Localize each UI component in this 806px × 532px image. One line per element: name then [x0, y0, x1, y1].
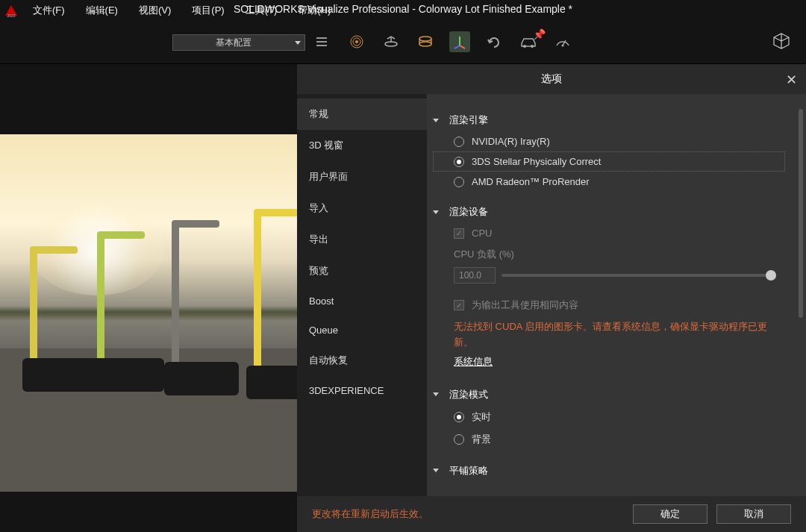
- options-dialog: 选项 ✕ 常规 3D 视窗 用户界面 导入 导出 预览 Boost Queue …: [297, 64, 806, 532]
- cpu-load-slider[interactable]: [502, 274, 772, 277]
- close-icon[interactable]: ✕: [786, 72, 797, 88]
- nav-import[interactable]: 导入: [297, 193, 427, 224]
- section-render-engine[interactable]: 渲染引擎: [433, 113, 785, 127]
- app-logo: 2023: [0, 0, 22, 21]
- dialog-header: 选项 ✕: [297, 64, 806, 94]
- restart-warning: 更改将在重新启动后生效。: [312, 507, 624, 521]
- radio-icon: [454, 137, 464, 147]
- cylinder-icon[interactable]: [415, 31, 436, 52]
- axes-icon[interactable]: [449, 31, 470, 52]
- section-render-mode[interactable]: 渲染模式: [433, 388, 785, 401]
- radio-icon: [454, 412, 464, 422]
- menu-file[interactable]: 文件(F): [22, 0, 75, 21]
- toolbar: 基本配置 📌: [0, 21, 806, 64]
- engine-option-stellar[interactable]: 3DS Stellar Physically Correct: [433, 151, 785, 172]
- mode-option-realtime[interactable]: 实时: [433, 406, 785, 428]
- section-title: 平铺策略: [449, 464, 488, 478]
- ok-button[interactable]: 确定: [633, 504, 707, 524]
- svg-point-12: [562, 45, 564, 47]
- slider-thumb[interactable]: [766, 270, 776, 281]
- sysinfo-link[interactable]: 系统信息: [433, 355, 493, 369]
- cube-icon[interactable]: [772, 31, 791, 51]
- section-render-device[interactable]: 渲染设备: [433, 205, 785, 219]
- config-label: 基本配置: [216, 37, 252, 49]
- svg-text:2023: 2023: [7, 13, 15, 18]
- section-tile-strategy[interactable]: 平铺策略: [433, 464, 785, 478]
- mode-option-background[interactable]: 背景: [433, 428, 785, 451]
- nav-boost[interactable]: Boost: [297, 287, 427, 316]
- svg-point-9: [419, 42, 431, 46]
- check-icon: ✓: [454, 300, 464, 310]
- radio-icon: [454, 434, 464, 445]
- nav-queue[interactable]: Queue: [297, 316, 427, 345]
- redo-icon[interactable]: [484, 31, 504, 52]
- viewport-3d[interactable]: [0, 134, 297, 492]
- label-text: CPU 负载 (%): [454, 248, 514, 261]
- options-content: 渲染引擎 NVIDIA(R) Iray(R) 3DS Stellar Physi…: [427, 94, 806, 496]
- options-nav: 常规 3D 视窗 用户界面 导入 导出 预览 Boost Queue 自动恢复 …: [297, 94, 427, 496]
- nav-preview[interactable]: 预览: [297, 255, 427, 287]
- section-title: 渲染模式: [449, 388, 488, 401]
- scrollbar-thumb[interactable]: [799, 109, 803, 318]
- option-label: NVIDIA(R) Iray(R): [472, 136, 550, 147]
- nav-3dview[interactable]: 3D 视窗: [297, 130, 427, 161]
- scrollbar[interactable]: [799, 101, 803, 489]
- svg-point-11: [531, 45, 534, 48]
- cancel-button[interactable]: 取消: [716, 504, 791, 524]
- app-title: SOLIDWORKS Visualize Professional - Colo…: [234, 3, 572, 15]
- svg-rect-2: [316, 41, 327, 43]
- nav-general[interactable]: 常规: [297, 98, 427, 130]
- dialog-footer: 更改将在重新启动后生效。 确定 取消: [297, 496, 806, 532]
- option-label: CPU: [472, 228, 492, 239]
- device-cpu-checkbox: ✓ CPU: [433, 223, 785, 243]
- option-label: 实时: [472, 410, 491, 424]
- engine-option-iray[interactable]: NVIDIA(R) Iray(R): [433, 131, 785, 151]
- radio-icon: [454, 177, 464, 187]
- same-output-checkbox: ✓ 为输出工具使用相同内容: [433, 294, 785, 316]
- radio-icon: [454, 157, 464, 167]
- option-label: 3DS Stellar Physically Correct: [472, 156, 601, 167]
- svg-point-8: [419, 37, 431, 41]
- nav-3dexperience[interactable]: 3DEXPERIENCE: [297, 376, 427, 405]
- svg-point-10: [523, 45, 526, 48]
- cuda-warning: 无法找到 CUDA 启用的图形卡。请查看系统信息，确保显卡驱动程序已更新。: [433, 316, 785, 354]
- svg-rect-3: [316, 45, 327, 46]
- dialog-title: 选项: [541, 72, 562, 86]
- pin-icon[interactable]: 📌: [533, 28, 546, 40]
- svg-point-6: [355, 40, 358, 43]
- cpu-load-input[interactable]: [454, 267, 496, 284]
- cpu-load-label: CPU 负载 (%): [433, 243, 785, 266]
- engine-option-prorender[interactable]: AMD Radeon™ ProRender: [433, 172, 785, 192]
- option-label: 为输出工具使用相同内容: [472, 298, 578, 312]
- check-icon: ✓: [454, 228, 464, 239]
- menu-edit[interactable]: 编辑(E): [75, 0, 128, 21]
- treeline: [0, 306, 297, 321]
- section-title: 渲染引擎: [449, 113, 488, 127]
- nav-autorecover[interactable]: 自动恢复: [297, 345, 427, 376]
- gauge-icon[interactable]: [552, 31, 573, 52]
- option-label: 背景: [472, 433, 491, 446]
- config-dropdown[interactable]: 基本配置: [172, 34, 305, 51]
- option-label: AMD Radeon™ ProRender: [472, 176, 590, 187]
- nav-export[interactable]: 导出: [297, 224, 427, 255]
- menu-view[interactable]: 视图(V): [128, 0, 181, 21]
- nav-ui[interactable]: 用户界面: [297, 161, 427, 193]
- section-title: 渲染设备: [449, 205, 488, 219]
- list-icon[interactable]: [312, 31, 333, 52]
- turntable-icon[interactable]: [381, 31, 402, 52]
- svg-rect-1: [316, 37, 327, 39]
- target-icon[interactable]: [346, 31, 367, 52]
- menu-project[interactable]: 项目(P): [181, 0, 234, 21]
